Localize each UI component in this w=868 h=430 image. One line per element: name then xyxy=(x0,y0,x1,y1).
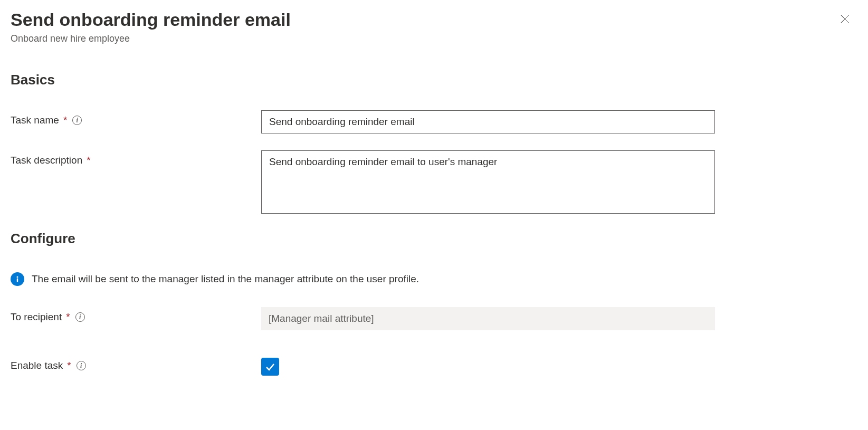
task-name-label-wrap: Task name * i xyxy=(11,110,261,126)
svg-rect-3 xyxy=(17,278,18,282)
info-banner-text: The email will be sent to the manager li… xyxy=(32,273,419,285)
section-heading-configure: Configure xyxy=(11,231,857,247)
to-recipient-input xyxy=(261,307,715,330)
close-icon xyxy=(840,14,850,24)
required-marker: * xyxy=(66,311,70,323)
panel-title: Send onboarding reminder email xyxy=(11,8,857,31)
to-recipient-row: To recipient * i xyxy=(11,307,857,330)
enable-task-checkbox-wrap xyxy=(261,356,279,376)
task-description-input[interactable] xyxy=(261,150,715,214)
enable-task-label-wrap: Enable task * i xyxy=(11,356,261,371)
info-icon[interactable]: i xyxy=(75,312,85,322)
task-description-row: Task description * xyxy=(11,150,857,214)
task-name-label: Task name xyxy=(11,114,59,126)
task-description-label-wrap: Task description * xyxy=(11,150,261,166)
required-marker: * xyxy=(87,155,90,166)
enable-task-checkbox[interactable] xyxy=(261,358,279,376)
enable-task-label: Enable task xyxy=(11,360,63,371)
task-name-row: Task name * i xyxy=(11,110,857,133)
info-banner: The email will be sent to the manager li… xyxy=(11,272,857,286)
required-marker: * xyxy=(67,360,71,371)
task-config-panel: Send onboarding reminder email Onboard n… xyxy=(0,0,868,403)
task-name-input[interactable] xyxy=(261,110,715,133)
close-button[interactable] xyxy=(836,11,853,27)
to-recipient-label-wrap: To recipient * i xyxy=(11,307,261,323)
check-icon xyxy=(264,361,276,372)
to-recipient-label: To recipient xyxy=(11,311,62,323)
info-icon[interactable]: i xyxy=(77,361,86,370)
task-description-label: Task description xyxy=(11,155,82,166)
info-banner-icon xyxy=(11,272,24,286)
svg-point-2 xyxy=(17,276,18,278)
panel-subtitle: Onboard new hire employee xyxy=(11,33,857,44)
info-icon[interactable]: i xyxy=(72,116,82,125)
required-marker: * xyxy=(63,114,67,126)
enable-task-row: Enable task * i xyxy=(11,356,857,376)
section-heading-basics: Basics xyxy=(11,72,857,88)
